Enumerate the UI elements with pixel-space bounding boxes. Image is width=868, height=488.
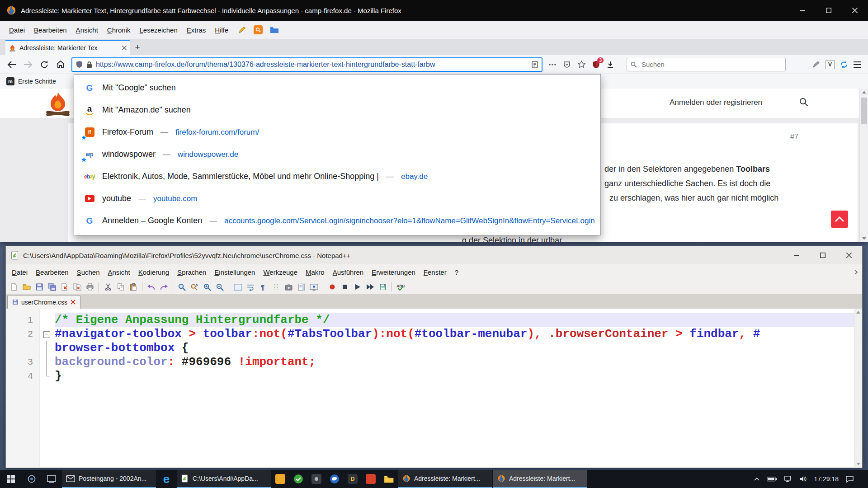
code-editor[interactable]: 1 /* Eigene Anpassung Hintergrundfarbe *… (6, 309, 862, 467)
suggestion-youtube[interactable]: youtube — youtube.com (74, 188, 600, 210)
sync-extension-icon[interactable] (840, 61, 848, 69)
red-app-icon[interactable] (362, 470, 380, 488)
ublock-shield-icon[interactable]: 3 (590, 58, 602, 71)
taskbar-button-firefox-1[interactable]: Adressleiste: Markiert... (398, 470, 492, 488)
pocket-icon[interactable] (561, 58, 573, 71)
battery-icon[interactable] (767, 476, 777, 482)
new-file-icon[interactable] (8, 281, 19, 293)
speaker-icon[interactable] (800, 476, 807, 482)
search-bar[interactable] (627, 58, 786, 71)
suggestion-google-accounts[interactable]: G Anmelden – Google Konten — accounts.go… (74, 210, 600, 232)
record-macro-icon[interactable] (326, 281, 338, 293)
suggestion-windowspower[interactable]: wp windowspower — windowspower.de (74, 143, 600, 165)
back-button[interactable] (5, 57, 19, 72)
menu-werkzeuge[interactable]: Werkzeuge (259, 267, 302, 277)
replace-icon[interactable] (189, 281, 200, 293)
menu-ansicht[interactable]: Ansicht (71, 24, 103, 36)
maximize-button[interactable] (810, 246, 836, 264)
menu-lesezeichen[interactable]: Lesezeichen (135, 24, 182, 36)
taskbar-button-mail[interactable]: Posteingang - 2002An... (62, 470, 156, 488)
menu-sprachen[interactable]: Sprachen (173, 267, 210, 277)
menu-hilfe[interactable]: Hilfe (210, 24, 233, 36)
editor-scrollbar[interactable] (854, 309, 862, 467)
undo-icon[interactable] (146, 281, 157, 293)
menu-help[interactable]: ? (451, 267, 462, 277)
scrollbar-thumb[interactable] (861, 98, 867, 124)
taskbar-button-notepadpp[interactable]: C:\Users\Andi\AppDa... (177, 470, 271, 488)
menu-suchen[interactable]: Suchen (73, 267, 104, 277)
cortana-icon[interactable] (22, 470, 42, 488)
run-macro-multiple-icon[interactable] (364, 281, 376, 293)
menubar-overflow-chevron-icon[interactable] (854, 270, 862, 275)
taskbar-clock[interactable]: 17:29:18 (814, 475, 839, 483)
menu-ansicht[interactable]: Ansicht (104, 267, 134, 277)
zoom-in-icon[interactable] (202, 281, 213, 293)
minimize-button[interactable] (783, 246, 810, 264)
v-extension-icon[interactable]: V (826, 60, 835, 69)
paste-icon[interactable] (127, 281, 139, 293)
maximize-button[interactable] (816, 0, 842, 21)
minimize-button[interactable] (789, 0, 816, 21)
play-macro-icon[interactable] (352, 281, 363, 293)
copy-icon[interactable] (115, 281, 126, 293)
scroll-up-icon[interactable] (854, 311, 862, 314)
suggestion-google-search[interactable]: G Mit "Google" suchen (74, 77, 600, 99)
reader-mode-icon[interactable] (532, 61, 538, 68)
folder-extension-icon[interactable] (270, 26, 279, 33)
action-center-icon[interactable] (846, 476, 854, 483)
thunderbird-app-icon[interactable] (326, 470, 344, 488)
spell-check-icon[interactable]: ABC (395, 281, 406, 293)
save-macro-icon[interactable] (377, 281, 388, 293)
menu-einstellungen[interactable]: Einstellungen (210, 267, 259, 277)
word-wrap-icon[interactable] (245, 281, 256, 293)
function-list-icon[interactable] (308, 281, 320, 293)
save-all-icon[interactable] (46, 281, 57, 293)
antivirus-app-icon[interactable] (289, 470, 307, 488)
fold-toggle-icon[interactable] (39, 327, 55, 341)
indent-guide-icon[interactable] (270, 281, 282, 293)
menu-datei[interactable]: Datei (8, 267, 32, 277)
cut-icon[interactable] (102, 281, 113, 293)
close-button[interactable] (836, 246, 862, 264)
menu-erweiterungen[interactable]: Erweiterungen (368, 267, 420, 277)
menu-bearbeiten[interactable]: Bearbeiten (32, 267, 73, 277)
search-input[interactable] (641, 60, 782, 69)
scroll-to-top-button[interactable] (831, 211, 848, 228)
menu-chronik[interactable]: Chronik (103, 24, 135, 36)
redo-icon[interactable] (158, 281, 170, 293)
tab-close-icon[interactable] (71, 300, 75, 305)
open-file-icon[interactable] (21, 281, 32, 293)
menu-icon[interactable] (854, 61, 861, 68)
document-map-icon[interactable] (296, 281, 307, 293)
signin-link[interactable]: Anmelden oder registrieren (670, 98, 762, 107)
lock-icon[interactable] (86, 61, 92, 68)
campfire-logo-icon[interactable] (45, 90, 71, 117)
reload-button[interactable] (37, 57, 52, 72)
close-file-icon[interactable] (59, 281, 70, 293)
menu-extras[interactable]: Extras (182, 24, 211, 36)
tray-expand-chevron-icon[interactable] (754, 477, 760, 481)
page-scrollbar[interactable] (859, 89, 868, 242)
home-button[interactable] (53, 57, 68, 72)
split-view-icon[interactable] (232, 281, 244, 293)
tab-userchrome-css[interactable]: userChrome.css (7, 295, 80, 309)
suggestion-amazon-search[interactable]: a Mit "Amazon.de" suchen (74, 99, 600, 121)
download-icon[interactable] (604, 58, 617, 71)
tracking-protection-shield-icon[interactable] (76, 61, 83, 68)
save-icon[interactable] (33, 281, 45, 293)
new-tab-button[interactable]: + (130, 40, 145, 55)
downloader-app-icon[interactable] (271, 470, 289, 488)
site-search-icon[interactable] (799, 98, 808, 107)
d-app-icon[interactable]: D (344, 470, 362, 488)
scroll-up-icon[interactable] (860, 91, 868, 94)
menu-datei[interactable]: Datei (5, 24, 29, 36)
zoom-out-icon[interactable] (214, 281, 226, 293)
task-view-icon[interactable] (42, 470, 61, 488)
explorer-folder-icon[interactable] (380, 470, 398, 488)
find-icon[interactable] (176, 281, 188, 293)
page-actions-icon[interactable] (546, 58, 559, 71)
bookmark-star-icon[interactable] (575, 58, 588, 71)
edit-extension-icon[interactable] (812, 61, 820, 68)
bookmark-erste-schritte[interactable]: Erste Schritte (18, 78, 56, 85)
close-button[interactable] (842, 0, 868, 21)
